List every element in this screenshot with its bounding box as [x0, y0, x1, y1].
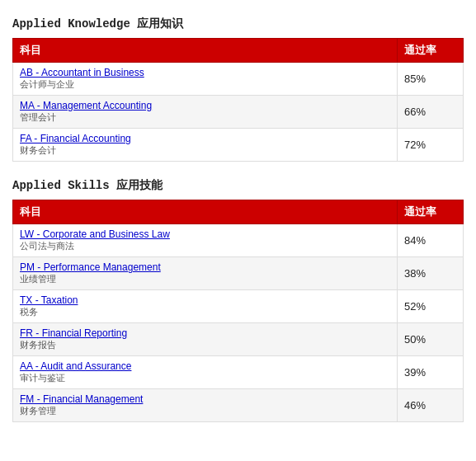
subject-zh-label: 业绩管理	[20, 273, 390, 285]
rate-cell: 50%	[398, 323, 464, 356]
section2-title: Applied Skills 应用技能	[12, 178, 464, 193]
subject-zh-label: 审计与鉴证	[20, 372, 390, 384]
section1-header-subject: 科目	[13, 39, 398, 63]
subject-en-link[interactable]: AA - Audit and Assurance	[20, 360, 390, 372]
subject-zh-label: 财务管理	[20, 405, 390, 417]
section2-table: 科目 通过率 LW - Corporate and Business Law 公…	[12, 200, 464, 422]
rate-cell: 38%	[398, 257, 464, 290]
subject-cell: FR - Financial Reporting 财务报告	[13, 323, 398, 356]
subject-en-link[interactable]: PM - Performance Management	[20, 261, 390, 273]
rate-cell: 85%	[398, 63, 464, 96]
table-row: AA - Audit and Assurance 审计与鉴证 39%	[13, 356, 464, 389]
table-row: TX - Taxation 税务 52%	[13, 290, 464, 323]
rate-cell: 52%	[398, 290, 464, 323]
subject-zh-label: 税务	[20, 306, 390, 318]
subject-cell: PM - Performance Management 业绩管理	[13, 257, 398, 290]
table-row: LW - Corporate and Business Law 公司法与商法 8…	[13, 224, 464, 257]
subject-en-link[interactable]: LW - Corporate and Business Law	[20, 228, 390, 240]
subject-cell: AB - Accountant in Business 会计师与企业	[13, 63, 398, 96]
section1-header-rate: 通过率	[398, 39, 464, 63]
section2-header-rate: 通过率	[398, 200, 464, 224]
subject-cell: FM - Financial Management 财务管理	[13, 389, 398, 422]
rate-cell: 46%	[398, 389, 464, 422]
table-row: PM - Performance Management 业绩管理 38%	[13, 257, 464, 290]
section1-header-row: 科目 通过率	[13, 39, 464, 63]
subject-zh-label: 会计师与企业	[20, 78, 390, 91]
section2-header-subject: 科目	[13, 200, 398, 224]
table-row: FR - Financial Reporting 财务报告 50%	[13, 323, 464, 356]
subject-en-link[interactable]: TX - Taxation	[20, 294, 390, 306]
rate-cell: 84%	[398, 224, 464, 257]
section2-header-row: 科目 通过率	[13, 200, 464, 224]
subject-zh-label: 财务报告	[20, 339, 390, 351]
subject-cell: AA - Audit and Assurance 审计与鉴证	[13, 356, 398, 389]
section-applied-knowledge: Applied Knowledge 应用知识 科目 通过率 AB - Accou…	[12, 16, 464, 162]
subject-en-link[interactable]: FR - Financial Reporting	[20, 327, 390, 339]
subject-en-link[interactable]: FA - Financial Accounting	[20, 133, 390, 144]
rate-cell: 72%	[398, 129, 464, 162]
subject-cell: MA - Management Accounting 管理会计	[13, 96, 398, 129]
subject-cell: FA - Financial Accounting 财务会计	[13, 129, 398, 162]
section1-table: 科目 通过率 AB - Accountant in Business 会计师与企…	[12, 38, 464, 162]
subject-cell: LW - Corporate and Business Law 公司法与商法	[13, 224, 398, 257]
table-row: FM - Financial Management 财务管理 46%	[13, 389, 464, 422]
subject-en-link[interactable]: MA - Management Accounting	[20, 100, 390, 111]
subject-cell: TX - Taxation 税务	[13, 290, 398, 323]
subject-en-link[interactable]: FM - Financial Management	[20, 393, 390, 405]
section1-title: Applied Knowledge 应用知识	[12, 16, 464, 31]
rate-cell: 39%	[398, 356, 464, 389]
table-row: MA - Management Accounting 管理会计 66%	[13, 96, 464, 129]
table-row: FA - Financial Accounting 财务会计 72%	[13, 129, 464, 162]
subject-zh-label: 财务会计	[20, 144, 390, 157]
subject-en-link[interactable]: AB - Accountant in Business	[20, 67, 390, 78]
rate-cell: 66%	[398, 96, 464, 129]
table-row: AB - Accountant in Business 会计师与企业 85%	[13, 63, 464, 96]
subject-zh-label: 公司法与商法	[20, 240, 390, 252]
subject-zh-label: 管理会计	[20, 111, 390, 124]
section-applied-skills: Applied Skills 应用技能 科目 通过率 LW - Corporat…	[12, 178, 464, 422]
